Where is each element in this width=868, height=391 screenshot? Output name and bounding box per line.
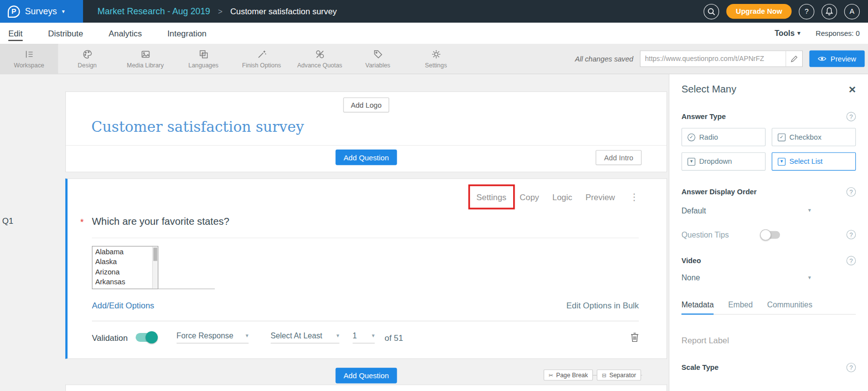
validation-row: Validation Force Response ▾ Select At Le…	[92, 321, 639, 353]
edit-options-bulk-link[interactable]: Edit Options in Bulk	[566, 301, 638, 310]
tools-menu[interactable]: Tools▾	[775, 29, 800, 38]
preview-button[interactable]: Preview	[810, 50, 865, 67]
report-label-field[interactable]: Report Label	[681, 336, 856, 345]
add-edit-options-link[interactable]: Add/Edit Options	[92, 301, 154, 310]
toolbar-item-languages[interactable]: A Languages	[174, 44, 232, 74]
toolbar-item-finish-options[interactable]: Finish Options	[232, 44, 290, 74]
add-question-button-top[interactable]: Add Question	[335, 150, 397, 165]
svg-text:A: A	[201, 51, 204, 55]
video-select[interactable]: None ▾	[681, 273, 811, 282]
toolbar-item-label: Settings	[425, 62, 447, 69]
tab-communities[interactable]: Communities	[767, 300, 812, 314]
question-tips-row: Question Tips ?	[681, 230, 856, 239]
display-order-select[interactable]: Default ▾	[681, 206, 811, 215]
answer-type-dropdown[interactable]: ▾ Dropdown	[681, 152, 765, 171]
header-actions: Upgrade Now ? A	[704, 3, 868, 19]
chevron-down-icon: ▾	[372, 333, 375, 338]
answer-type-radio-label: Radio	[699, 133, 718, 141]
tab-distribute[interactable]: Distribute	[48, 29, 83, 38]
tab-metadata[interactable]: Metadata	[681, 300, 714, 314]
panel-header: Select Many ×	[681, 84, 856, 95]
menu-item-preview[interactable]: Preview	[585, 192, 615, 202]
panel-title: Select Many	[681, 84, 736, 95]
toolbar-right: All changes saved Preview	[575, 44, 868, 74]
validation-toggle[interactable]	[136, 333, 157, 342]
checkbox-icon: ✓	[778, 133, 785, 141]
tab-edit[interactable]: Edit	[8, 29, 23, 38]
answer-type-select-list[interactable]: ▾ Select List	[772, 152, 856, 171]
add-intro-button[interactable]: Add Intro	[596, 150, 641, 165]
tab-embed[interactable]: Embed	[728, 300, 753, 314]
pencil-icon	[790, 55, 798, 62]
toolbar-item-workspace[interactable]: Workspace	[0, 44, 58, 74]
force-response-select[interactable]: Force Response ▾	[176, 331, 248, 344]
menu-item-copy[interactable]: Copy	[520, 192, 539, 202]
add-question-button-bottom[interactable]: Add Question	[335, 368, 397, 384]
menu-item-settings[interactable]: Settings	[476, 192, 506, 202]
toolbar-item-settings[interactable]: Settings	[407, 44, 465, 74]
page-break-button[interactable]: ✂ Page Break	[544, 369, 593, 381]
bell-icon	[825, 7, 833, 16]
toolbar-item-advance-quotas[interactable]: Advance Quotas	[290, 44, 348, 74]
survey-canvas: Q1 Add Logo Customer satisfaction survey…	[0, 74, 868, 391]
toolbar-item-design[interactable]: Design	[58, 44, 116, 74]
tab-integration-label: Integration	[167, 29, 206, 38]
notifications-button[interactable]	[821, 3, 837, 19]
add-logo-button[interactable]: Add Logo	[343, 97, 389, 112]
answer-type-grid: ✓ Radio ✓ Checkbox ▾ Dropdown ▾ Select L…	[681, 128, 856, 171]
upgrade-button[interactable]: Upgrade Now	[726, 4, 792, 19]
listbox-scrollbar-thumb[interactable]	[153, 247, 157, 261]
display-order-help-icon[interactable]: ?	[846, 187, 856, 197]
option-links-row: Add/Edit Options Edit Options in Bulk	[92, 301, 639, 310]
survey-title[interactable]: Customer satisfaction survey	[66, 119, 666, 135]
options-row: Alabama Alaska Arizona Arkansas	[92, 246, 639, 289]
toolbar-item-label: Design	[78, 62, 97, 69]
toolbar-item-label: Media Library	[127, 62, 164, 69]
design-icon	[82, 49, 92, 59]
toolbar-item-media-library[interactable]: Media Library	[116, 44, 174, 74]
select-at-least-select[interactable]: Select At Least ▾	[271, 331, 340, 344]
tab-analytics[interactable]: Analytics	[109, 29, 142, 38]
survey-url-input[interactable]	[640, 55, 785, 63]
states-listbox[interactable]: Alabama Alaska Arizona Arkansas	[92, 246, 158, 289]
app: P Surveys ▾ Market Research - Aug 2019 >…	[0, 0, 868, 391]
menu-item-logic[interactable]: Logic	[552, 192, 572, 202]
toolbar: Workspace Design Media Library A Languag…	[0, 44, 868, 74]
select-at-least-value: Select At Least	[271, 331, 322, 340]
add-logo-row: Add Logo	[66, 92, 666, 113]
toolbar-item-label: Advance Quotas	[297, 62, 343, 69]
listbox-scrollbar[interactable]	[152, 246, 158, 289]
min-count-select[interactable]: 1 ▾	[352, 331, 375, 344]
scale-type-help-icon[interactable]: ?	[846, 363, 856, 372]
question-kebab-menu[interactable]: ⋮	[630, 191, 639, 203]
dropdown-icon: ▾	[688, 157, 695, 165]
toolbar-item-label: Languages	[188, 62, 218, 69]
question-tips-help-icon[interactable]: ?	[846, 230, 856, 239]
question-text[interactable]: Which are your favorite states?	[92, 216, 229, 227]
avatar[interactable]: A	[844, 3, 860, 19]
separator-button[interactable]: ⊟ Separator	[597, 369, 641, 381]
panel-close-button[interactable]: ×	[849, 85, 856, 94]
delete-question-button[interactable]	[631, 332, 639, 342]
listbox-option[interactable]: Alabama	[92, 246, 158, 257]
toolbar-item-variables[interactable]: Variables	[349, 44, 407, 74]
toolbar-item-label: Variables	[365, 62, 390, 69]
logo-letter: P	[11, 7, 16, 16]
search-button[interactable]	[704, 3, 720, 19]
listbox-option[interactable]: Arizona	[92, 267, 158, 277]
listbox-option[interactable]: Arkansas	[92, 277, 158, 287]
breadcrumb-parent[interactable]: Market Research - Aug 2019	[97, 6, 210, 16]
answer-type-radio[interactable]: ✓ Radio	[681, 128, 765, 146]
question-text-row: * Which are your favorite states?	[92, 216, 639, 238]
answer-type-checkbox[interactable]: ✓ Checkbox	[772, 128, 856, 146]
toolbar-item-label: Finish Options	[242, 62, 281, 69]
tab-integration[interactable]: Integration	[167, 29, 206, 38]
product-switcher[interactable]: P Surveys ▾	[0, 0, 83, 23]
question-tips-toggle[interactable]	[761, 231, 780, 239]
help-button[interactable]: ?	[799, 3, 814, 19]
display-order-label: Answer Display Order	[681, 188, 756, 196]
listbox-option[interactable]: Alaska	[92, 257, 158, 267]
edit-url-button[interactable]	[785, 51, 802, 67]
answer-type-help-icon[interactable]: ?	[846, 112, 856, 121]
video-help-icon[interactable]: ?	[846, 256, 856, 265]
